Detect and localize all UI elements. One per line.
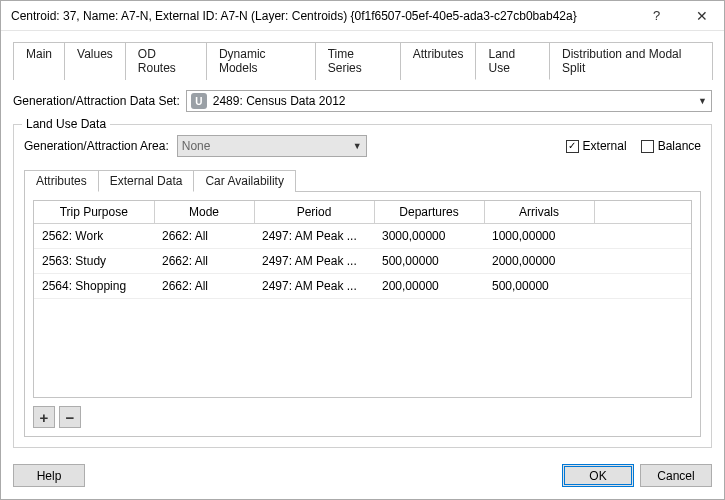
table-row[interactable]: 2564: Shopping 2662: All 2497: AM Peak .… [34, 274, 691, 299]
tab-time-series[interactable]: Time Series [315, 42, 401, 80]
balance-checkbox[interactable]: Balance [641, 139, 701, 153]
cancel-button[interactable]: Cancel [640, 464, 712, 487]
cell-arrivals: 2000,00000 [484, 249, 594, 274]
col-departures[interactable]: Departures [374, 201, 484, 224]
tab-inner-car-availability[interactable]: Car Availability [193, 170, 295, 192]
row-buttons: + − [33, 406, 692, 428]
table-panel: Trip Purpose Mode Period Departures Arri… [24, 192, 701, 437]
tab-main[interactable]: Main [13, 42, 65, 80]
tab-inner-attributes[interactable]: Attributes [24, 170, 99, 192]
table-row[interactable]: 2563: Study 2662: All 2497: AM Peak ... … [34, 249, 691, 274]
col-arrivals[interactable]: Arrivals [484, 201, 594, 224]
add-row-button[interactable]: + [33, 406, 55, 428]
dialog-window: Centroid: 37, Name: A7-N, External ID: A… [0, 0, 725, 500]
data-grid[interactable]: Trip Purpose Mode Period Departures Arri… [33, 200, 692, 398]
cell-purpose: 2564: Shopping [34, 274, 154, 299]
dataset-row: Generation/Attraction Data Set: U 2489: … [13, 90, 712, 112]
table-row[interactable]: 2562: Work 2662: All 2497: AM Peak ... 3… [34, 224, 691, 249]
col-trip-purpose[interactable]: Trip Purpose [34, 201, 154, 224]
chevron-down-icon: ▼ [353, 141, 362, 151]
inner-tabs: Attributes External Data Car Availabilit… [24, 169, 701, 192]
cell-purpose: 2562: Work [34, 224, 154, 249]
dialog-footer: Help OK Cancel [1, 456, 724, 499]
col-spacer [594, 201, 691, 224]
dataset-combo[interactable]: U 2489: Census Data 2012 ▼ [186, 90, 712, 112]
titlebar: Centroid: 37, Name: A7-N, External ID: A… [1, 1, 724, 31]
dataset-label: Generation/Attraction Data Set: [13, 94, 180, 108]
tab-inner-external-data[interactable]: External Data [98, 170, 195, 192]
external-checkbox[interactable]: ✓ External [566, 139, 627, 153]
tab-od-routes[interactable]: OD Routes [125, 42, 207, 80]
help-button-footer[interactable]: Help [13, 464, 85, 487]
cell-arrivals: 500,00000 [484, 274, 594, 299]
area-label: Generation/Attraction Area: [24, 139, 169, 153]
cell-period: 2497: AM Peak ... [254, 224, 374, 249]
chevron-down-icon: ▼ [698, 96, 707, 106]
main-tabs: Main Values OD Routes Dynamic Models Tim… [13, 41, 712, 80]
external-label: External [583, 139, 627, 153]
area-value: None [182, 139, 211, 153]
land-use-data-group: Land Use Data Generation/Attraction Area… [13, 124, 712, 448]
dialog-content: Main Values OD Routes Dynamic Models Tim… [1, 31, 724, 456]
dataset-value: 2489: Census Data 2012 [213, 94, 346, 108]
area-row: Generation/Attraction Area: None ▼ ✓ Ext… [24, 135, 701, 157]
help-button[interactable]: ? [634, 1, 679, 31]
area-combo[interactable]: None ▼ [177, 135, 367, 157]
ok-button[interactable]: OK [562, 464, 634, 487]
checkbox-unchecked-icon [641, 140, 654, 153]
cell-period: 2497: AM Peak ... [254, 249, 374, 274]
cell-arrivals: 1000,00000 [484, 224, 594, 249]
cell-departures: 500,00000 [374, 249, 484, 274]
minus-icon: − [66, 409, 75, 426]
cell-mode: 2662: All [154, 249, 254, 274]
tab-attributes[interactable]: Attributes [400, 42, 477, 80]
tab-dynamic-models[interactable]: Dynamic Models [206, 42, 316, 80]
close-button[interactable]: ✕ [679, 1, 724, 31]
checkbox-checked-icon: ✓ [566, 140, 579, 153]
cell-departures: 200,00000 [374, 274, 484, 299]
cell-departures: 3000,00000 [374, 224, 484, 249]
dataset-icon: U [191, 93, 207, 109]
table-header-row: Trip Purpose Mode Period Departures Arri… [34, 201, 691, 224]
plus-icon: + [40, 409, 49, 426]
tab-land-use[interactable]: Land Use [475, 42, 550, 80]
group-title: Land Use Data [22, 117, 110, 131]
cell-mode: 2662: All [154, 274, 254, 299]
col-mode[interactable]: Mode [154, 201, 254, 224]
checkbox-group: ✓ External Balance [566, 139, 701, 153]
remove-row-button[interactable]: − [59, 406, 81, 428]
cell-period: 2497: AM Peak ... [254, 274, 374, 299]
window-title: Centroid: 37, Name: A7-N, External ID: A… [11, 9, 634, 23]
balance-label: Balance [658, 139, 701, 153]
tab-distribution-modal-split[interactable]: Distribution and Modal Split [549, 42, 713, 80]
tab-values[interactable]: Values [64, 42, 126, 80]
col-period[interactable]: Period [254, 201, 374, 224]
cell-purpose: 2563: Study [34, 249, 154, 274]
cell-mode: 2662: All [154, 224, 254, 249]
external-data-table: Trip Purpose Mode Period Departures Arri… [34, 201, 691, 299]
